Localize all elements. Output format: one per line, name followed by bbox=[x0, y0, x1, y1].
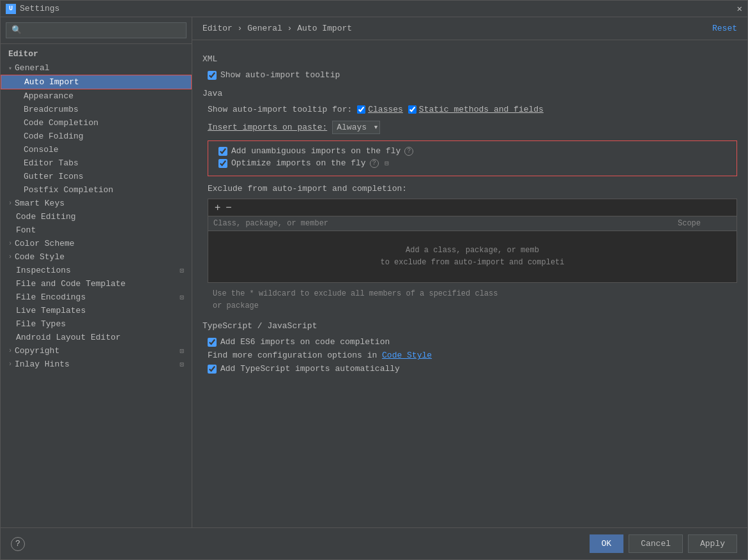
breadcrumb: Editor › General › Auto Import bbox=[202, 24, 352, 33]
insert-imports-select[interactable]: Always Ask Never bbox=[332, 121, 380, 134]
sidebar-item-label-android-layout-editor: Android Layout Editor bbox=[16, 333, 121, 342]
content-area: Editor › General › Auto Import Reset XML… bbox=[192, 17, 747, 527]
sidebar-item-label-appearance: Appearance bbox=[24, 91, 73, 101]
exclude-toolbar: + − bbox=[208, 199, 737, 216]
sidebar-item-live-templates[interactable]: Live Templates bbox=[1, 304, 192, 317]
config-note-prefix: Find more configuration options in bbox=[208, 351, 377, 360]
apply-button[interactable]: Apply bbox=[688, 534, 737, 553]
checkbox-group-box: Add unambiguous imports on the fly ? Opt… bbox=[208, 140, 737, 176]
remove-exclude-button[interactable]: − bbox=[224, 202, 233, 213]
sidebar-item-color-scheme[interactable]: › Color Scheme bbox=[1, 237, 192, 250]
add-unambiguous-checkbox[interactable] bbox=[218, 147, 227, 156]
exclude-table: + − Class, package, or member Scope Add … bbox=[208, 199, 737, 283]
show-tooltip-label: Show auto-import tooltip bbox=[220, 70, 340, 80]
show-tooltip-checkbox[interactable] bbox=[208, 71, 217, 80]
table-col-main-header: Class, package, or member bbox=[208, 216, 673, 231]
sidebar-item-android-layout-editor[interactable]: Android Layout Editor bbox=[1, 331, 192, 344]
static-check-item: Static methods and fields bbox=[408, 105, 544, 114]
reset-link[interactable]: Reset bbox=[712, 24, 737, 33]
add-typescript-checkbox[interactable] bbox=[208, 365, 217, 374]
search-input[interactable] bbox=[6, 22, 187, 38]
sidebar-item-label-file-types: File Types bbox=[16, 319, 66, 329]
sidebar-item-code-editing[interactable]: Code Editing bbox=[1, 210, 192, 223]
sidebar-item-label-postfix-completion: Postfix Completion bbox=[24, 185, 113, 195]
sidebar-item-label-inlay-hints: Inlay Hints bbox=[15, 359, 70, 369]
xml-section-label: XML bbox=[202, 54, 737, 64]
sidebar-item-code-style[interactable]: › Code Style bbox=[1, 250, 192, 264]
static-checkbox[interactable] bbox=[408, 105, 416, 114]
sidebar-item-label-code-editing: Code Editing bbox=[16, 212, 76, 222]
add-es6-checkbox[interactable] bbox=[208, 338, 217, 347]
sidebar-item-appearance[interactable]: Appearance bbox=[1, 89, 192, 103]
sidebar-item-inlay-hints[interactable]: › Inlay Hints ⊡ bbox=[1, 358, 192, 371]
sidebar-item-label-file-encodings: File Encodings bbox=[16, 292, 86, 302]
search-box bbox=[1, 17, 192, 44]
close-button[interactable]: ✕ bbox=[737, 3, 742, 14]
sidebar-item-label-smart-keys: Smart Keys bbox=[15, 199, 65, 208]
sidebar-item-label-code-style: Code Style bbox=[15, 252, 65, 262]
insert-imports-dropdown-wrapper: Always Ask Never bbox=[332, 121, 380, 134]
expand-arrow-inlay-hints: › bbox=[8, 361, 12, 368]
copyright-badge: ⊡ bbox=[179, 347, 184, 355]
sidebar-tree: Editor ▾ General Auto Import Appearance … bbox=[1, 44, 192, 527]
typescript-section-label: TypeScript / JavaScript bbox=[202, 321, 737, 331]
sidebar-item-breadcrumbs[interactable]: Breadcrumbs bbox=[1, 103, 192, 116]
sidebar-item-auto-import[interactable]: Auto Import bbox=[1, 75, 192, 89]
title-bar: U Settings ✕ bbox=[1, 1, 747, 17]
code-style-link[interactable]: Code Style bbox=[382, 351, 432, 360]
config-note-row: Find more configuration options in Code … bbox=[202, 351, 737, 360]
optimize-imports-help-icon[interactable]: ? bbox=[370, 159, 379, 168]
expand-arrow-code-style: › bbox=[8, 254, 12, 261]
sidebar-item-postfix-completion[interactable]: Postfix Completion bbox=[1, 183, 192, 197]
sidebar-item-code-completion[interactable]: Code Completion bbox=[1, 116, 192, 130]
cancel-button[interactable]: Cancel bbox=[629, 534, 683, 553]
sidebar-item-label-file-code-template: File and Code Template bbox=[16, 279, 126, 289]
sidebar-item-copyright[interactable]: › Copyright ⊡ bbox=[1, 344, 192, 358]
java-section-label: Java bbox=[202, 89, 737, 98]
exclude-section: Exclude from auto-import and completion:… bbox=[208, 184, 737, 312]
add-es6-label: Add ES6 imports on code completion bbox=[220, 337, 390, 347]
sidebar-item-inspections[interactable]: Inspections ⊡ bbox=[1, 264, 192, 277]
sidebar-item-file-types[interactable]: File Types bbox=[1, 317, 192, 331]
optimize-imports-checkbox[interactable] bbox=[218, 159, 227, 168]
classes-label: Classes bbox=[368, 105, 403, 114]
sidebar-item-gutter-icons[interactable]: Gutter Icons bbox=[1, 170, 192, 183]
expand-arrow-general: ▾ bbox=[8, 64, 12, 72]
optimize-imports-label: Optimize imports on the fly bbox=[231, 158, 366, 168]
insert-imports-row: Insert imports on paste: Always Ask Neve… bbox=[202, 121, 737, 134]
sidebar-item-smart-keys[interactable]: › Smart Keys bbox=[1, 197, 192, 210]
add-typescript-label: Add TypeScript imports automatically bbox=[220, 364, 400, 374]
sidebar-item-label-general: General bbox=[15, 63, 50, 73]
java-tooltip-row: Show auto-import tooltip for: Classes St… bbox=[202, 105, 737, 114]
sidebar: Editor ▾ General Auto Import Appearance … bbox=[1, 17, 192, 527]
sidebar-item-label-auto-import: Auto Import bbox=[24, 77, 79, 87]
help-button[interactable]: ? bbox=[11, 537, 25, 551]
ok-button[interactable]: OK bbox=[590, 534, 624, 553]
static-label: Static methods and fields bbox=[419, 105, 544, 114]
sidebar-item-font[interactable]: Font bbox=[1, 223, 192, 237]
sidebar-item-editor-tabs[interactable]: Editor Tabs bbox=[1, 156, 192, 170]
sidebar-item-code-folding[interactable]: Code Folding bbox=[1, 130, 192, 143]
table-header: Class, package, or member Scope bbox=[208, 216, 737, 231]
show-tooltip-for-label: Show auto-import tooltip for: bbox=[208, 105, 352, 114]
insert-imports-label: Insert imports on paste: bbox=[208, 123, 327, 132]
settings-window: U Settings ✕ Editor ▾ General Auto Impor… bbox=[0, 0, 748, 560]
classes-checkbox[interactable] bbox=[357, 105, 365, 114]
sidebar-item-label-copyright: Copyright bbox=[15, 346, 59, 356]
add-unambiguous-label: Add unambiguous imports on the fly bbox=[231, 146, 401, 156]
sidebar-item-label-live-templates: Live Templates bbox=[16, 306, 86, 315]
add-unambiguous-help-icon[interactable]: ? bbox=[404, 147, 413, 156]
footer: ? OK Cancel Apply bbox=[1, 527, 747, 559]
sidebar-item-label-color-scheme: Color Scheme bbox=[15, 239, 75, 248]
sidebar-item-general[interactable]: ▾ General bbox=[1, 61, 192, 75]
file-encodings-badge: ⊡ bbox=[179, 293, 184, 301]
main-content: Editor ▾ General Auto Import Appearance … bbox=[1, 17, 747, 527]
sidebar-item-file-code-template[interactable]: File and Code Template bbox=[1, 277, 192, 291]
sidebar-item-console[interactable]: Console bbox=[1, 143, 192, 156]
add-exclude-button[interactable]: + bbox=[213, 202, 222, 213]
title-bar-left: U Settings bbox=[6, 4, 59, 14]
sidebar-item-file-encodings[interactable]: File Encodings ⊡ bbox=[1, 291, 192, 304]
sidebar-item-label-code-folding: Code Folding bbox=[24, 132, 84, 141]
footer-buttons: OK Cancel Apply bbox=[590, 534, 737, 553]
sidebar-item-label-gutter-icons: Gutter Icons bbox=[24, 172, 84, 181]
